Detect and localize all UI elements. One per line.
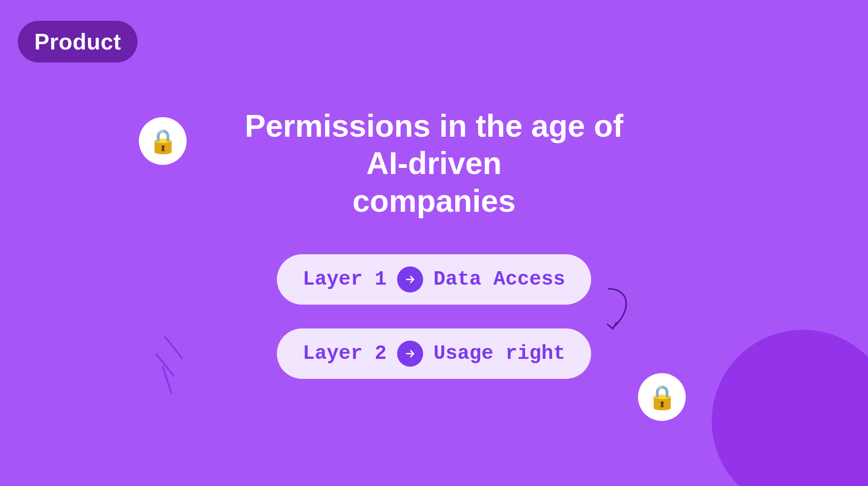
layer1-arrow-icon <box>404 273 416 286</box>
layer1-arrow-circle <box>397 266 423 292</box>
layer2-arrow-icon <box>404 348 416 360</box>
layer1-prefix: Layer 1 <box>303 268 387 291</box>
layer2-pill: Layer 2 Usage right <box>277 328 592 379</box>
svg-line-0 <box>165 337 182 358</box>
layer1-suffix: Data Access <box>434 268 566 291</box>
layers-container: Layer 1 Data Access Layer 2 Usage right <box>277 254 592 379</box>
curved-arrow-decoration <box>600 284 639 338</box>
layer2-suffix: Usage right <box>434 342 566 365</box>
layer2-prefix: Layer 2 <box>303 342 387 365</box>
layer1-pill: Layer 1 Data Access <box>277 254 592 305</box>
layer2-arrow-circle <box>397 341 423 367</box>
deco-lines-decoration <box>143 332 195 399</box>
main-content: Permissions in the age of AI-driven comp… <box>0 0 868 486</box>
page-title: Permissions in the age of AI-driven comp… <box>239 107 629 220</box>
